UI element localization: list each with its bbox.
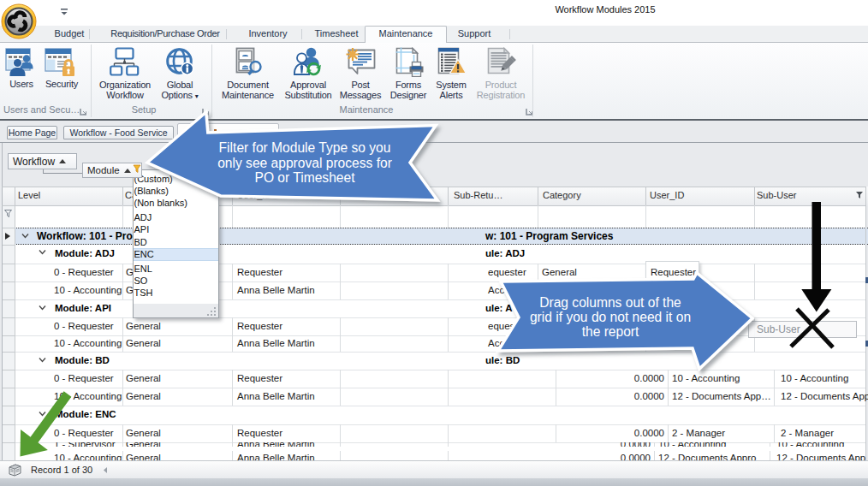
svg-text:grid if you do not need it on: grid if you do not need it on xyxy=(530,310,691,324)
svg-text:PO or Timesheet: PO or Timesheet xyxy=(255,170,356,185)
svg-text:Filter for Module Type so you: Filter for Module Type so you xyxy=(219,140,391,155)
svg-text:the report: the report xyxy=(582,324,639,339)
svg-text:only see approval process for: only see approval process for xyxy=(217,156,392,170)
svg-text:Drag columns out of the: Drag columns out of the xyxy=(539,295,681,310)
